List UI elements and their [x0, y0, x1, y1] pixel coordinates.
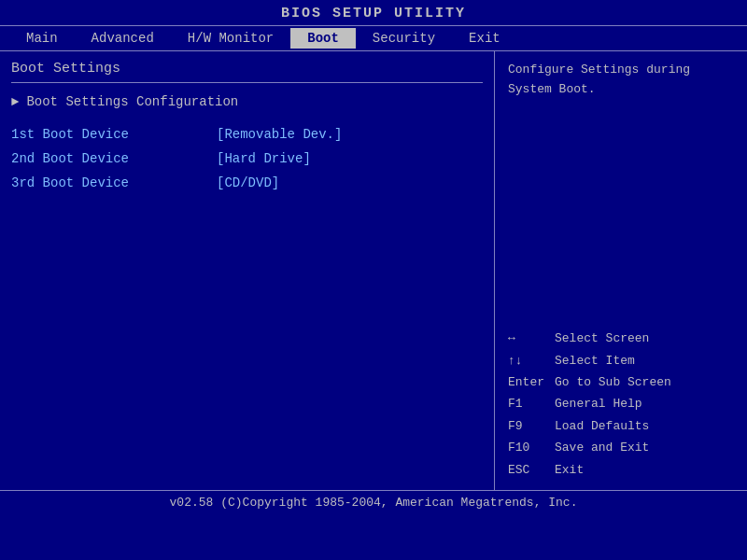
key-row: ↑↓Select Item	[508, 350, 734, 371]
submenu-item[interactable]: ► Boot Settings Configuration	[11, 94, 483, 109]
key-desc: Save and Exit	[555, 437, 649, 458]
table-row[interactable]: 2nd Boot Device[Hard Drive]	[11, 147, 483, 171]
key-row: F9Load Defaults	[508, 415, 734, 437]
key-label: F9	[508, 415, 549, 437]
key-label: Enter	[508, 371, 549, 393]
table-row[interactable]: 3rd Boot Device[CD/DVD]	[11, 171, 483, 195]
key-legend: ↔Select Screen↑↓Select ItemEnterGo to Su…	[508, 328, 734, 481]
main-area: Boot Settings ► Boot Settings Configurat…	[0, 51, 747, 490]
bios-title: BIOS SETUP UTILITY	[0, 0, 747, 25]
menu-item-main[interactable]: Main	[9, 28, 75, 49]
key-label: ↑↓	[508, 350, 549, 371]
divider	[11, 82, 483, 83]
section-title: Boot Settings	[11, 61, 483, 77]
boot-device-label: 1st Boot Device	[11, 122, 217, 147]
footer: v02.58 (C)Copyright 1985-2004, American …	[0, 490, 747, 516]
key-row: ↔Select Screen	[508, 328, 734, 349]
right-panel: Configure Settings during System Boot. ↔…	[495, 51, 747, 490]
submenu-label: Boot Settings Configuration	[26, 94, 238, 109]
key-desc: Load Defaults	[555, 415, 649, 437]
key-label: F1	[508, 393, 549, 414]
left-panel: Boot Settings ► Boot Settings Configurat…	[0, 51, 495, 490]
menu-item-boot[interactable]: Boot	[290, 28, 356, 49]
key-desc: Select Item	[555, 350, 635, 371]
key-label: ESC	[508, 459, 549, 481]
menu-bar: MainAdvancedH/W MonitorBootSecurityExit	[0, 25, 747, 51]
key-desc: Select Screen	[555, 328, 649, 349]
key-label: F10	[508, 437, 549, 458]
key-label: ↔	[508, 328, 549, 349]
key-desc: Exit	[555, 459, 584, 481]
table-row[interactable]: 1st Boot Device[Removable Dev.]	[11, 122, 483, 147]
boot-device-label: 3rd Boot Device	[11, 171, 217, 195]
key-row: F10Save and Exit	[508, 437, 734, 458]
menu-item-exit[interactable]: Exit	[452, 28, 517, 49]
boot-settings-table: 1st Boot Device[Removable Dev.]2nd Boot …	[11, 122, 483, 195]
help-text: Configure Settings during System Boot.	[508, 61, 734, 100]
boot-device-label: 2nd Boot Device	[11, 147, 217, 171]
menu-item-h-w-monitor[interactable]: H/W Monitor	[171, 28, 290, 49]
key-desc: Go to Sub Screen	[555, 371, 671, 393]
key-row: ESCExit	[508, 459, 734, 481]
boot-device-value[interactable]: [Hard Drive]	[217, 147, 483, 171]
key-row: EnterGo to Sub Screen	[508, 371, 734, 393]
boot-device-value[interactable]: [CD/DVD]	[217, 171, 483, 195]
key-desc: General Help	[555, 393, 642, 414]
menu-item-security[interactable]: Security	[356, 28, 452, 49]
menu-item-advanced[interactable]: Advanced	[75, 28, 171, 49]
boot-device-value[interactable]: [Removable Dev.]	[217, 122, 483, 147]
arrow-icon: ►	[11, 94, 19, 109]
key-row: F1General Help	[508, 393, 734, 414]
